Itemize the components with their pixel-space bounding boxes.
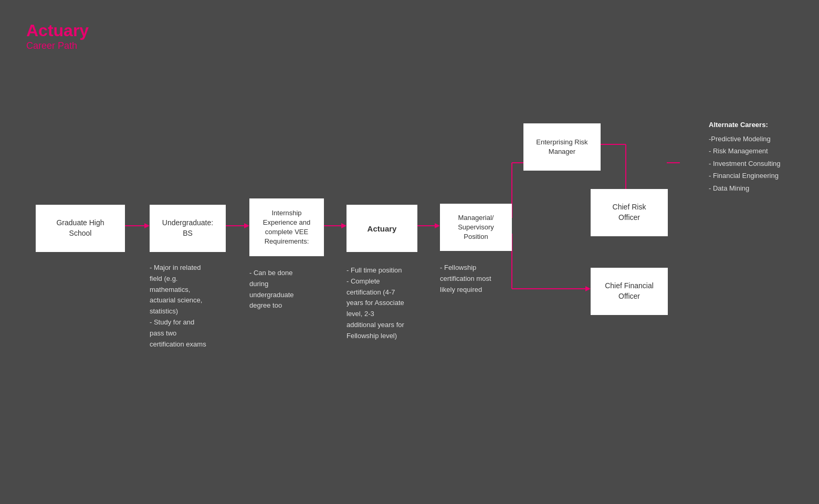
managerial-label: Managerial/ Supervisory Position <box>458 213 494 242</box>
list-item: - Financial Engineering <box>709 170 806 182</box>
alternate-careers-title: Alternate Careers: <box>709 121 806 129</box>
alternate-careers-list: -Predictive Modeling- Risk Management- I… <box>709 133 806 194</box>
enterprising-node: Enterprising Risk Manager <box>523 123 601 171</box>
undergraduate-notes: - Major in related field (e.g. mathemati… <box>150 262 234 350</box>
undergraduate-label: Undergraduate: BS <box>162 218 213 238</box>
enterprising-label: Enterprising Risk Manager <box>536 138 587 156</box>
chief-financial-label: Chief Financial Officer <box>605 281 654 301</box>
graduate-hs-node: Graduate High School <box>36 205 125 252</box>
actuary-node: Actuary <box>346 205 417 252</box>
chief-risk-label: Chief Risk Officer <box>613 202 646 223</box>
arrows-svg <box>0 0 819 504</box>
actuary-label: Actuary <box>368 223 397 234</box>
graduate-hs-label: Graduate High School <box>56 218 104 238</box>
header: Actuary Career Path <box>26 21 89 51</box>
undergraduate-node: Undergraduate: BS <box>150 205 226 252</box>
svg-marker-3 <box>244 223 249 228</box>
list-item: - Risk Management <box>709 145 806 157</box>
alternate-careers-section: Alternate Careers: -Predictive Modeling-… <box>709 121 806 194</box>
chief-risk-node: Chief Risk Officer <box>591 189 668 236</box>
managerial-notes: - Fellowship certification most likely r… <box>440 262 519 295</box>
managerial-node: Managerial/ Supervisory Position <box>440 204 512 251</box>
svg-marker-7 <box>435 223 440 228</box>
chief-financial-node: Chief Financial Officer <box>591 268 668 315</box>
page-subtitle: Career Path <box>26 40 89 51</box>
page-title: Actuary <box>26 21 89 40</box>
list-item: -Predictive Modeling <box>709 133 806 145</box>
internship-notes: - Can be done during undergraduate degre… <box>249 268 326 311</box>
svg-marker-1 <box>144 223 150 228</box>
svg-marker-5 <box>341 223 346 228</box>
svg-marker-13 <box>585 286 591 291</box>
internship-label: Internship Experience and complete VEE R… <box>263 208 310 247</box>
list-item: - Investment Consulting <box>709 158 806 170</box>
list-item: - Data Mining <box>709 182 806 194</box>
actuary-notes: - Full time position - Complete certific… <box>346 265 433 342</box>
internship-node: Internship Experience and complete VEE R… <box>249 198 324 256</box>
